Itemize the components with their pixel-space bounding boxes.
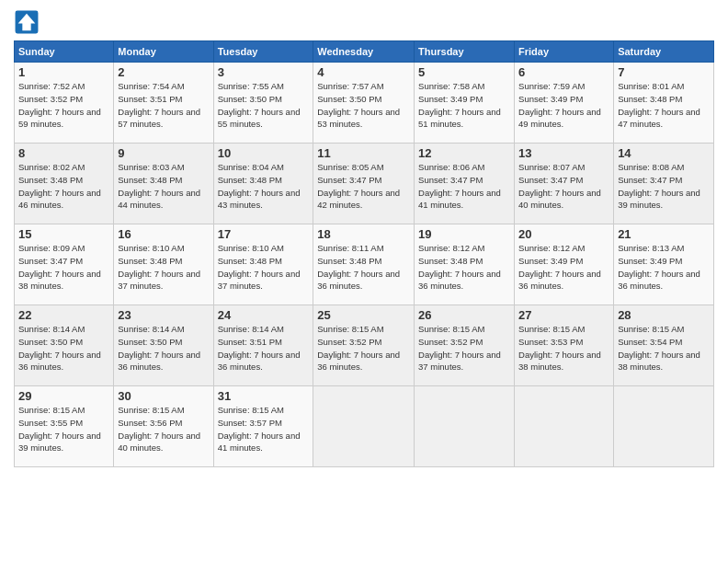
day-info: Sunrise: 8:15 AMSunset: 3:57 PMDaylight:… [218, 404, 310, 454]
day-info: Sunrise: 8:10 AMSunset: 3:48 PMDaylight:… [218, 242, 310, 293]
day-number: 21 [618, 227, 710, 241]
weekday-header-saturday: Saturday [614, 41, 714, 63]
weekday-row: SundayMondayTuesdayWednesdayThursdayFrid… [15, 41, 714, 63]
day-info: Sunrise: 8:03 AMSunset: 3:48 PMDaylight:… [118, 161, 209, 212]
day-number: 24 [218, 308, 310, 322]
day-number: 29 [18, 389, 109, 403]
day-info: Sunrise: 8:15 AMSunset: 3:52 PMDaylight:… [418, 323, 510, 373]
day-number: 26 [418, 308, 510, 322]
day-number: 4 [317, 65, 410, 79]
weekday-header-monday: Monday [114, 41, 213, 63]
day-number: 1 [18, 65, 109, 79]
day-info: Sunrise: 8:12 AMSunset: 3:48 PMDaylight:… [418, 242, 510, 293]
calendar-cell: 5Sunrise: 7:58 AMSunset: 3:49 PMDaylight… [415, 63, 515, 144]
day-number: 6 [518, 65, 609, 79]
day-info: Sunrise: 8:15 AMSunset: 3:56 PMDaylight:… [118, 404, 209, 454]
calendar-table: SundayMondayTuesdayWednesdayThursdayFrid… [14, 40, 714, 467]
day-info: Sunrise: 8:14 AMSunset: 3:50 PMDaylight:… [118, 323, 209, 373]
day-number: 17 [218, 227, 310, 241]
calendar-cell: 2Sunrise: 7:54 AMSunset: 3:51 PMDaylight… [114, 63, 213, 144]
day-number: 18 [317, 227, 410, 241]
calendar-cell: 9Sunrise: 8:03 AMSunset: 3:48 PMDaylight… [114, 144, 213, 224]
day-info: Sunrise: 7:54 AMSunset: 3:51 PMDaylight:… [118, 80, 209, 131]
day-info: Sunrise: 7:59 AMSunset: 3:49 PMDaylight:… [518, 80, 609, 131]
calendar-cell: 21Sunrise: 8:13 AMSunset: 3:49 PMDayligh… [614, 224, 714, 305]
day-number: 14 [618, 146, 710, 160]
day-number: 10 [218, 146, 310, 160]
calendar-cell: 22Sunrise: 8:14 AMSunset: 3:50 PMDayligh… [15, 305, 114, 386]
day-number: 8 [18, 146, 109, 160]
calendar-cell: 27Sunrise: 8:15 AMSunset: 3:53 PMDayligh… [515, 305, 614, 386]
calendar-cell: 20Sunrise: 8:12 AMSunset: 3:49 PMDayligh… [515, 224, 614, 305]
calendar-cell [614, 386, 714, 467]
calendar-cell: 8Sunrise: 8:02 AMSunset: 3:48 PMDaylight… [15, 144, 114, 224]
day-number: 15 [18, 227, 109, 241]
day-number: 28 [618, 308, 710, 322]
day-number: 31 [218, 389, 310, 403]
day-number: 16 [118, 227, 209, 241]
weekday-header-wednesday: Wednesday [313, 41, 415, 63]
logo-icon [14, 9, 40, 35]
calendar-cell: 13Sunrise: 8:07 AMSunset: 3:47 PMDayligh… [515, 144, 614, 224]
weekday-header-sunday: Sunday [15, 41, 114, 63]
day-info: Sunrise: 8:01 AMSunset: 3:48 PMDaylight:… [618, 80, 710, 131]
day-number: 19 [418, 227, 510, 241]
day-info: Sunrise: 8:08 AMSunset: 3:47 PMDaylight:… [618, 161, 710, 212]
day-info: Sunrise: 8:11 AMSunset: 3:48 PMDaylight:… [317, 242, 410, 293]
day-number: 20 [518, 227, 609, 241]
calendar-cell: 31Sunrise: 8:15 AMSunset: 3:57 PMDayligh… [213, 386, 313, 467]
header [14, 9, 714, 35]
calendar-cell [515, 386, 614, 467]
day-number: 9 [118, 146, 209, 160]
page: SundayMondayTuesdayWednesdayThursdayFrid… [0, 0, 728, 563]
day-number: 7 [618, 65, 710, 79]
day-number: 12 [418, 146, 510, 160]
day-number: 22 [18, 308, 109, 322]
calendar-cell: 25Sunrise: 8:15 AMSunset: 3:52 PMDayligh… [313, 305, 415, 386]
day-number: 23 [118, 308, 209, 322]
calendar-cell: 15Sunrise: 8:09 AMSunset: 3:47 PMDayligh… [15, 224, 114, 305]
day-number: 25 [317, 308, 410, 322]
calendar-week-2: 8Sunrise: 8:02 AMSunset: 3:48 PMDaylight… [15, 144, 714, 224]
calendar-week-3: 15Sunrise: 8:09 AMSunset: 3:47 PMDayligh… [15, 224, 714, 305]
calendar-cell: 30Sunrise: 8:15 AMSunset: 3:56 PMDayligh… [114, 386, 213, 467]
calendar-cell: 24Sunrise: 8:14 AMSunset: 3:51 PMDayligh… [213, 305, 313, 386]
calendar-cell: 28Sunrise: 8:15 AMSunset: 3:54 PMDayligh… [614, 305, 714, 386]
day-info: Sunrise: 7:58 AMSunset: 3:49 PMDaylight:… [418, 80, 510, 131]
calendar-cell: 18Sunrise: 8:11 AMSunset: 3:48 PMDayligh… [313, 224, 415, 305]
calendar-header: SundayMondayTuesdayWednesdayThursdayFrid… [15, 41, 714, 63]
calendar-cell: 29Sunrise: 8:15 AMSunset: 3:55 PMDayligh… [15, 386, 114, 467]
calendar-cell: 19Sunrise: 8:12 AMSunset: 3:48 PMDayligh… [415, 224, 515, 305]
day-number: 11 [317, 146, 410, 160]
day-info: Sunrise: 8:04 AMSunset: 3:48 PMDaylight:… [218, 161, 310, 212]
day-number: 30 [118, 389, 209, 403]
calendar-cell: 7Sunrise: 8:01 AMSunset: 3:48 PMDaylight… [614, 63, 714, 144]
weekday-header-friday: Friday [515, 41, 614, 63]
day-info: Sunrise: 8:06 AMSunset: 3:47 PMDaylight:… [418, 161, 510, 212]
calendar-cell: 6Sunrise: 7:59 AMSunset: 3:49 PMDaylight… [515, 63, 614, 144]
day-info: Sunrise: 8:15 AMSunset: 3:54 PMDaylight:… [618, 323, 710, 373]
weekday-header-tuesday: Tuesday [213, 41, 313, 63]
day-info: Sunrise: 7:55 AMSunset: 3:50 PMDaylight:… [218, 80, 310, 131]
day-info: Sunrise: 8:07 AMSunset: 3:47 PMDaylight:… [518, 161, 609, 212]
day-info: Sunrise: 8:14 AMSunset: 3:50 PMDaylight:… [18, 323, 109, 373]
calendar-week-1: 1Sunrise: 7:52 AMSunset: 3:52 PMDaylight… [15, 63, 714, 144]
logo [14, 9, 43, 35]
weekday-header-thursday: Thursday [415, 41, 515, 63]
calendar-cell: 11Sunrise: 8:05 AMSunset: 3:47 PMDayligh… [313, 144, 415, 224]
day-info: Sunrise: 8:09 AMSunset: 3:47 PMDaylight:… [18, 242, 109, 293]
calendar-cell: 14Sunrise: 8:08 AMSunset: 3:47 PMDayligh… [614, 144, 714, 224]
calendar-cell: 3Sunrise: 7:55 AMSunset: 3:50 PMDaylight… [213, 63, 313, 144]
day-info: Sunrise: 7:52 AMSunset: 3:52 PMDaylight:… [18, 80, 109, 131]
calendar-week-5: 29Sunrise: 8:15 AMSunset: 3:55 PMDayligh… [15, 386, 714, 467]
calendar-body: 1Sunrise: 7:52 AMSunset: 3:52 PMDaylight… [15, 63, 714, 467]
calendar-cell: 10Sunrise: 8:04 AMSunset: 3:48 PMDayligh… [213, 144, 313, 224]
day-number: 27 [518, 308, 609, 322]
calendar-cell: 16Sunrise: 8:10 AMSunset: 3:48 PMDayligh… [114, 224, 213, 305]
day-info: Sunrise: 8:15 AMSunset: 3:53 PMDaylight:… [518, 323, 609, 373]
day-info: Sunrise: 8:13 AMSunset: 3:49 PMDaylight:… [618, 242, 710, 293]
day-number: 5 [418, 65, 510, 79]
day-info: Sunrise: 8:15 AMSunset: 3:55 PMDaylight:… [18, 404, 109, 454]
day-info: Sunrise: 8:14 AMSunset: 3:51 PMDaylight:… [218, 323, 310, 373]
day-number: 2 [118, 65, 209, 79]
